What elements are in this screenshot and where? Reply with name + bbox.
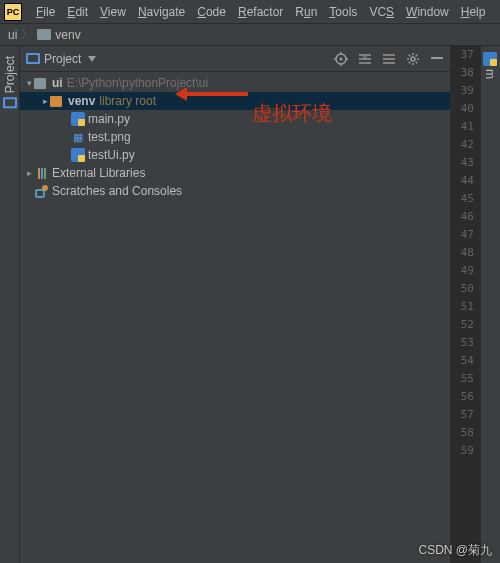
svg-rect-13 — [431, 57, 443, 59]
app-icon: PC — [4, 3, 22, 21]
line-number: 40 — [450, 100, 480, 118]
line-number: 41 — [450, 118, 480, 136]
expand-icon[interactable] — [358, 52, 372, 66]
line-number: 42 — [450, 136, 480, 154]
svg-point-1 — [340, 57, 343, 60]
menu-view[interactable]: View — [94, 5, 132, 19]
breadcrumb-venv[interactable]: venv — [55, 28, 80, 42]
tree-root-ui[interactable]: ▾ ui E:\Python\pythonProject\ui — [20, 74, 450, 92]
panel-header: Project — [20, 46, 450, 72]
python-file-icon — [483, 52, 497, 66]
hide-icon[interactable] — [430, 52, 444, 66]
project-tree[interactable]: ▾ ui E:\Python\pythonProject\ui ▸ venv l… — [20, 72, 450, 563]
folder-icon — [37, 29, 51, 40]
menu-help[interactable]: Help — [455, 5, 492, 19]
project-icon — [3, 97, 17, 108]
line-number: 53 — [450, 334, 480, 352]
line-number: 48 — [450, 244, 480, 262]
menu-refactor[interactable]: Refactor — [232, 5, 289, 19]
line-number: 44 — [450, 172, 480, 190]
collapse-icon[interactable] — [382, 52, 396, 66]
scratches-icon — [34, 184, 50, 198]
line-number: 49 — [450, 262, 480, 280]
menu-tools[interactable]: Tools — [323, 5, 363, 19]
python-file-icon — [71, 112, 85, 126]
breadcrumb-root[interactable]: ui — [8, 28, 17, 42]
main-area: Project Project ▾ ui — [0, 46, 500, 563]
tree-venv[interactable]: ▸ venv library root — [20, 92, 450, 110]
line-number: 50 — [450, 280, 480, 298]
line-number: 45 — [450, 190, 480, 208]
line-number: 59 — [450, 442, 480, 460]
project-tool-tab[interactable]: Project — [1, 52, 19, 112]
line-number: 38 — [450, 64, 480, 82]
svg-point-12 — [411, 57, 415, 61]
breadcrumb-separator: 〉 — [21, 26, 33, 43]
chevron-right-icon[interactable]: ▸ — [40, 96, 50, 106]
chevron-down-icon[interactable] — [85, 52, 99, 66]
svg-rect-15 — [36, 190, 44, 197]
line-number: 37 — [450, 46, 480, 64]
folder-icon — [34, 78, 46, 89]
line-number: 52 — [450, 316, 480, 334]
tree-scratches[interactable]: Scratches and Consoles — [20, 182, 450, 200]
project-icon — [26, 53, 40, 64]
editor-gutter: 3738394041424344454647484950515253545556… — [450, 46, 480, 563]
line-number: 57 — [450, 406, 480, 424]
image-file-icon: ▦ — [70, 131, 86, 144]
folder-icon — [50, 96, 62, 107]
line-number: 39 — [450, 82, 480, 100]
right-gutter: m — [480, 46, 500, 563]
tree-external-libs[interactable]: ▸ External Libraries — [20, 164, 450, 182]
line-number: 47 — [450, 226, 480, 244]
line-number: 55 — [450, 370, 480, 388]
menu-window[interactable]: Window — [400, 5, 455, 19]
nav-bar: ui 〉 venv — [0, 24, 500, 46]
line-number: 46 — [450, 208, 480, 226]
python-file-icon — [71, 148, 85, 162]
tree-file-main[interactable]: main.py — [20, 110, 450, 128]
library-icon — [38, 168, 46, 179]
target-icon[interactable] — [334, 52, 348, 66]
right-tab-m[interactable]: m — [481, 46, 499, 85]
menu-navigate[interactable]: Navigate — [132, 5, 191, 19]
line-number: 43 — [450, 154, 480, 172]
line-number: 54 — [450, 352, 480, 370]
menu-file[interactable]: File — [30, 5, 61, 19]
menu-code[interactable]: Code — [191, 5, 232, 19]
menu-run[interactable]: Run — [289, 5, 323, 19]
gear-icon[interactable] — [406, 52, 420, 66]
line-number: 58 — [450, 424, 480, 442]
line-number: 56 — [450, 388, 480, 406]
chevron-down-icon[interactable]: ▾ — [24, 78, 34, 88]
panel-title: Project — [44, 52, 81, 66]
left-gutter: Project — [0, 46, 20, 563]
menu-bar: PC File Edit View Navigate Code Refactor… — [0, 0, 500, 24]
chevron-right-icon[interactable]: ▸ — [24, 168, 34, 178]
line-number: 51 — [450, 298, 480, 316]
menu-edit[interactable]: Edit — [61, 5, 94, 19]
project-panel: Project ▾ ui E:\Python\pythonProject\ui — [20, 46, 450, 563]
tree-file-testpng[interactable]: ▦ test.png — [20, 128, 450, 146]
menu-vcs[interactable]: VCS — [363, 5, 400, 19]
tree-file-testui[interactable]: testUi.py — [20, 146, 450, 164]
